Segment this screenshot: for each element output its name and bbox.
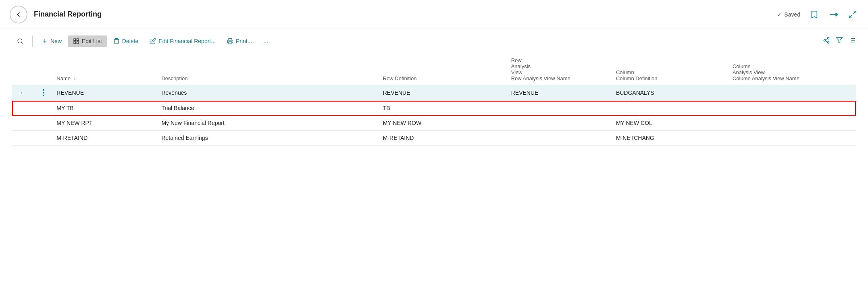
more-label: ... <box>263 38 268 44</box>
saved-label: Saved <box>784 11 800 18</box>
svg-point-14 <box>824 40 826 42</box>
row-drag-handle <box>35 116 52 131</box>
row-analysis-view <box>506 131 611 146</box>
col-rowanalysis-header[interactable]: RowAnalysisViewRow Analysis View Name <box>506 53 611 85</box>
table-row[interactable]: → REVENUE Revenues REVENUE REVENUE BUDGA… <box>12 85 856 101</box>
row-arrow <box>12 131 35 146</box>
row-description: Retained Earnings <box>156 131 378 146</box>
table-row[interactable]: MY TB Trial Balance TB <box>12 101 856 116</box>
delete-button[interactable]: Delete <box>108 35 143 47</box>
col-description-header[interactable]: Description <box>156 53 378 85</box>
column-definition: M-NETCHANG <box>611 131 728 146</box>
delete-icon <box>113 38 120 44</box>
col-rowdef-header[interactable]: Row Definition <box>378 53 506 85</box>
back-button[interactable] <box>10 6 27 23</box>
rowanalysis-col-label: Row Analysis View Name <box>511 75 570 81</box>
svg-rect-7 <box>77 39 79 41</box>
print-label: Print... <box>236 38 252 44</box>
sort-arrow: ↓ <box>74 76 76 81</box>
row-definition: REVENUE <box>378 85 506 101</box>
edit-list-icon <box>73 38 79 44</box>
table-row[interactable]: M-RETAIND Retained Earnings M-RETAIND M-… <box>12 131 856 146</box>
toolbar-right <box>823 37 856 45</box>
svg-rect-12 <box>229 42 232 44</box>
row-arrow <box>12 101 35 116</box>
svg-rect-9 <box>77 42 79 44</box>
financial-reports-table: Name ↓ Description Row Definition RowAna… <box>12 53 856 146</box>
row-arrow <box>12 116 35 131</box>
edit-list-label: Edit List <box>82 38 102 44</box>
column-definition: MY NEW COL <box>611 116 728 131</box>
print-icon <box>227 38 233 44</box>
row-description: Revenues <box>156 85 378 101</box>
col-drag-header <box>35 53 52 85</box>
svg-rect-8 <box>74 42 76 44</box>
svg-line-0 <box>853 11 856 13</box>
column-definition <box>611 101 728 116</box>
drag-dots-icon <box>40 89 47 96</box>
new-label: New <box>50 38 62 44</box>
row-drag-handle <box>35 101 52 116</box>
toolbar-divider-1 <box>32 35 33 47</box>
filter-icon <box>836 37 843 44</box>
page-title: Financial Reporting <box>34 10 777 19</box>
col-name-header[interactable]: Name ↓ <box>52 53 156 85</box>
print-button[interactable]: Print... <box>222 35 257 47</box>
row-description: My New Financial Report <box>156 116 378 131</box>
svg-point-2 <box>18 39 22 43</box>
search-icon <box>17 38 23 44</box>
more-button[interactable]: ... <box>258 35 273 47</box>
row-definition: MY NEW ROW <box>378 116 506 131</box>
row-name: REVENUE <box>52 85 156 101</box>
share-list-button[interactable] <box>823 37 830 45</box>
edit-report-button[interactable]: Edit Financial Report... <box>145 35 221 47</box>
row-drag-handle <box>35 131 52 146</box>
column-definition: BUDGANALYS <box>611 85 728 101</box>
row-definition: M-RETAIND <box>378 131 506 146</box>
bookmark-button[interactable] <box>808 9 820 20</box>
header: Financial Reporting ✓ Saved <box>0 0 868 29</box>
svg-marker-18 <box>837 37 843 43</box>
row-analysis-view: REVENUE <box>506 85 611 101</box>
row-description: Trial Balance <box>156 101 378 116</box>
col-colanalysis-header[interactable]: ColumnAnalysis ViewColumn Analysis View … <box>728 53 856 85</box>
row-name: MY TB <box>52 101 156 116</box>
svg-line-16 <box>825 41 827 42</box>
svg-point-15 <box>827 42 829 44</box>
svg-rect-6 <box>74 39 76 41</box>
svg-rect-11 <box>114 40 118 44</box>
expand-button[interactable] <box>847 9 858 20</box>
edit-list-button[interactable]: Edit List <box>68 35 107 47</box>
column-settings-button[interactable] <box>849 37 856 45</box>
svg-line-3 <box>21 42 23 44</box>
desc-col-label: Description <box>161 75 187 81</box>
row-arrow: → <box>12 85 35 101</box>
col-coldef-header[interactable]: ColumnColumn Definition <box>611 53 728 85</box>
row-name: MY NEW RPT <box>52 116 156 131</box>
checkmark-icon: ✓ <box>777 11 782 18</box>
column-analysis-view <box>728 101 856 116</box>
svg-line-1 <box>849 15 852 17</box>
col-arrow-header <box>12 53 35 85</box>
name-col-label: Name <box>56 75 71 81</box>
column-analysis-view <box>728 85 856 101</box>
row-analysis-view <box>506 101 611 116</box>
table-row[interactable]: MY NEW RPT My New Financial Report MY NE… <box>12 116 856 131</box>
delete-label: Delete <box>122 38 138 44</box>
row-drag-handle[interactable] <box>35 85 52 101</box>
saved-indicator: ✓ Saved <box>777 11 800 18</box>
column-analysis-view <box>728 131 856 146</box>
plus-icon <box>42 38 48 44</box>
rowdef-col-label: Row Definition <box>383 75 417 81</box>
svg-line-17 <box>825 39 827 40</box>
table-area: Name ↓ Description Row Definition RowAna… <box>0 53 868 285</box>
new-button[interactable]: New <box>37 35 67 47</box>
share-button[interactable] <box>828 9 839 20</box>
columns-icon <box>849 37 856 44</box>
share-icon <box>823 37 830 44</box>
filter-button[interactable] <box>836 37 843 45</box>
row-definition: TB <box>378 101 506 116</box>
row-name: M-RETAIND <box>52 131 156 146</box>
header-actions: ✓ Saved <box>777 9 858 20</box>
search-button[interactable] <box>12 35 28 47</box>
